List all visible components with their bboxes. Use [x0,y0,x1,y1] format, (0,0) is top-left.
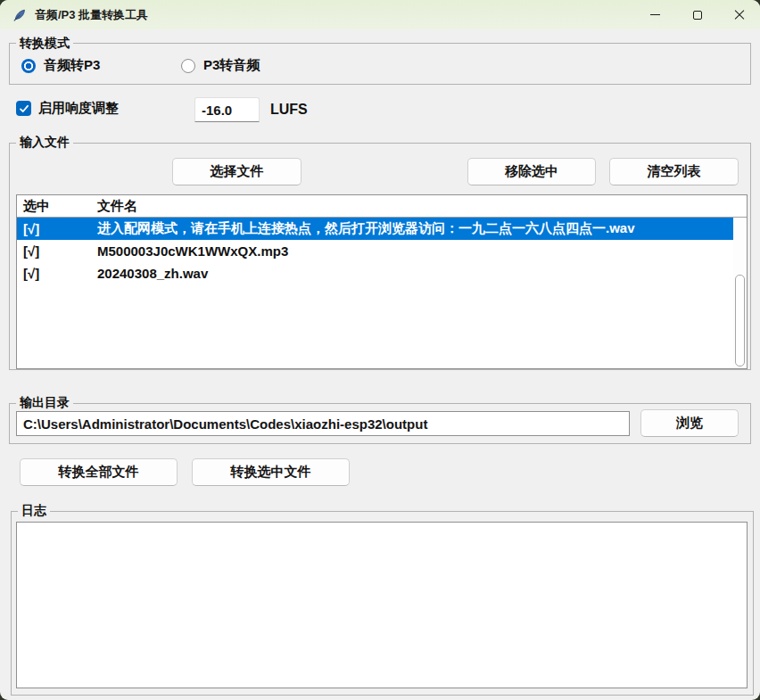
radio-unselected-icon [181,59,195,73]
maximize-button[interactable] [676,0,718,29]
file-list-header[interactable]: 选中 文件名 [17,195,747,218]
loudness-checkbox-row[interactable]: 启用响度调整 [16,100,119,117]
column-header-filename: 文件名 [90,198,747,215]
row-filename: 20240308_zh.wav [90,266,747,281]
window-controls [634,0,760,29]
radio-p3-to-audio[interactable]: P3转音频 [181,57,260,74]
log-group-label: 日志 [18,503,50,518]
app-window: 音频/P3 批量转换工具 转换模式 音频转P3 P3转音频 启用响度调整 LUF… [0,0,760,700]
radio-selected-icon [21,59,36,73]
file-list-scrollbar[interactable] [733,218,747,368]
maximize-icon [693,11,702,20]
titlebar: 音频/P3 批量转换工具 [0,0,760,29]
radio-audio-to-p3-label: 音频转P3 [44,57,100,74]
radio-p3-to-audio-label: P3转音频 [203,57,260,74]
output-dir-group-label: 输出目录 [16,395,73,410]
column-header-checked: 选中 [17,198,90,215]
lufs-value-input[interactable] [194,97,260,122]
row-check-mark: [√] [17,243,90,259]
table-row[interactable]: [√] 进入配网模式，请在手机上连接热点，然后打开浏览器访问：一九二点一六八点四… [17,218,733,240]
clear-list-button[interactable]: 清空列表 [609,158,739,185]
close-icon [734,10,745,21]
lufs-unit-label: LUFS [270,102,308,118]
python-feather-icon [12,8,27,22]
table-row[interactable]: [√] M500003J0cWK1WWxQX.mp3 [17,240,747,262]
browse-button[interactable]: 浏览 [640,409,739,437]
radio-audio-to-p3[interactable]: 音频转P3 [21,57,100,74]
row-filename: 进入配网模式，请在手机上连接热点，然后打开浏览器访问：一九二点一六八点四点一.w… [90,220,733,237]
minimize-icon [650,14,660,15]
log-textarea[interactable] [16,522,748,688]
mode-groupbox [9,43,751,85]
remove-selected-button[interactable]: 移除选中 [467,158,596,185]
close-button[interactable] [718,0,760,29]
row-filename: M500003J0cWK1WWxQX.mp3 [90,243,747,259]
table-row[interactable]: [√] 20240308_zh.wav [17,262,747,284]
convert-selected-button[interactable]: 转换选中文件 [192,458,350,486]
loudness-checkbox-label: 启用响度调整 [38,100,119,117]
select-files-button[interactable]: 选择文件 [172,158,302,185]
checkbox-checked-icon [16,101,31,116]
window-title: 音频/P3 批量转换工具 [35,7,148,23]
convert-all-button[interactable]: 转换全部文件 [20,458,178,486]
scrollbar-thumb[interactable] [735,275,745,366]
file-list-table: 选中 文件名 [√] 进入配网模式，请在手机上连接热点，然后打开浏览器访问：一九… [16,194,748,369]
input-files-group-label: 输入文件 [16,135,73,150]
row-check-mark: [√] [17,266,90,281]
output-dir-input[interactable] [16,411,630,436]
minimize-button[interactable] [634,0,676,29]
row-check-mark: [√] [17,221,90,236]
mode-group-label: 转换模式 [16,36,73,51]
